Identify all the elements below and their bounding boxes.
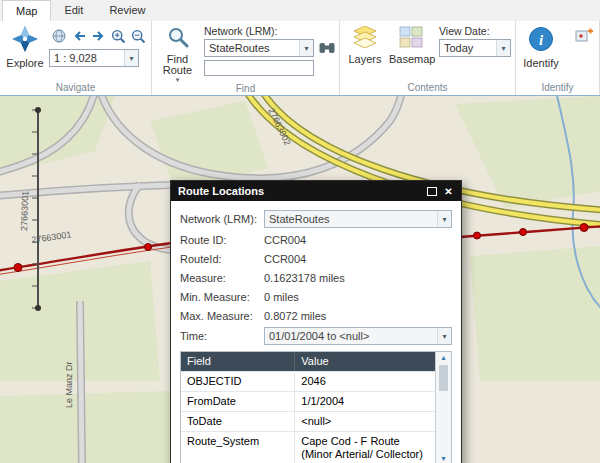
field-row-routeid: RouteId: CCR004 — [180, 251, 452, 266]
cell-field: OBJECTID — [181, 372, 295, 391]
group-label-find: Find — [155, 83, 336, 96]
street-name-label: Le Manz Dr — [64, 361, 74, 408]
route-id-label-vertical: 27663001 — [19, 191, 30, 231]
tab-map[interactable]: Map — [2, 0, 51, 21]
field-label: Time: — [180, 330, 264, 342]
table-scrollbar[interactable]: ▲ ▼ — [435, 352, 451, 463]
group-label-identify: Identify — [519, 82, 596, 95]
chevron-down-icon: ▾ — [437, 328, 451, 344]
close-icon: ✕ — [444, 186, 452, 197]
ribbon: Map Edit Review Explore — [0, 0, 600, 96]
cell-value: 2046 — [295, 372, 435, 391]
field-value: 0.1623178 miles — [264, 272, 345, 284]
field-row-measure: Measure: 0.1623178 miles — [180, 270, 452, 285]
network-lrm-combo[interactable]: StateRoutes ▾ — [264, 210, 452, 228]
ribbon-group-contents: Layers Basemap View Date: — [340, 21, 516, 95]
field-row-network: Network (LRM): StateRoutes ▾ — [180, 210, 452, 228]
chevron-down-icon: ▾ — [299, 40, 313, 56]
column-header-value: Value — [295, 352, 435, 371]
scrollbar-thumb[interactable] — [439, 365, 448, 391]
network-lrm-ribbon-combo[interactable]: StateRoutes ▾ — [204, 39, 314, 57]
zoom-out-button[interactable] — [129, 27, 148, 45]
ribbon-body: Explore — [0, 21, 600, 95]
field-row-min-measure: Min. Measure: 0 miles — [180, 289, 452, 304]
chevron-down-icon: ▾ — [124, 50, 138, 66]
identify-button[interactable]: i Identify — [519, 23, 563, 69]
map-scale-value: 1 : 9,028 — [54, 52, 97, 64]
tab-review[interactable]: Review — [96, 0, 158, 21]
cell-value: Cape Cod - F Route (Minor Arterial/ Coll… — [295, 432, 435, 463]
scroll-down-icon[interactable]: ▼ — [440, 453, 447, 463]
network-lrm-label: Network (LRM): — [204, 25, 336, 37]
field-value: CCR004 — [264, 234, 306, 246]
find-route-input[interactable] — [204, 60, 314, 76]
cell-field: Route_System — [181, 432, 295, 463]
table-header-row: Field Value — [181, 352, 435, 372]
magnifier-icon — [167, 26, 189, 52]
cell-field: ToDate — [181, 412, 295, 431]
tab-edit[interactable]: Edit — [51, 0, 96, 21]
field-label: Measure: — [180, 272, 264, 284]
ribbon-tab-strip: Map Edit Review — [0, 0, 600, 21]
basemap-button[interactable]: Basemap — [387, 23, 435, 65]
field-label: Min. Measure: — [180, 291, 264, 303]
route-locations-dialog: Route Locations ✕ Network (LRM): StateRo… — [170, 180, 462, 463]
cell-field: FromDate — [181, 392, 295, 411]
field-value: CCR004 — [264, 253, 306, 265]
layers-button[interactable]: Layers — [343, 23, 387, 65]
dialog-title: Route Locations — [178, 185, 423, 197]
explore-compass-icon — [12, 26, 38, 56]
ribbon-group-find: Find Route ▾ Network (LRM): StateRoutes … — [152, 21, 340, 95]
view-date-combo[interactable]: Today ▾ — [439, 39, 511, 57]
table-row[interactable]: OBJECTID 2046 — [181, 372, 435, 392]
map-scale-combo[interactable]: 1 : 9,028 ▾ — [49, 49, 139, 67]
cell-value: 1/1/2004 — [295, 392, 435, 411]
close-button[interactable]: ✕ — [440, 183, 457, 199]
table-row[interactable]: FromDate 1/1/2004 — [181, 392, 435, 412]
field-label: RouteId: — [180, 253, 264, 265]
dialog-titlebar[interactable]: Route Locations ✕ — [171, 181, 461, 201]
find-route-button[interactable]: Find Route ▾ — [155, 23, 200, 83]
field-label: Max. Measure: — [180, 310, 264, 322]
time-combo[interactable]: 01/01/2004 to <null> ▾ — [264, 327, 452, 345]
ribbon-group-identify: i Identify Identify — [516, 21, 600, 95]
zoom-in-button[interactable] — [109, 27, 128, 45]
chevron-down-icon: ▾ — [496, 40, 510, 56]
view-date-label: View Date: — [439, 25, 511, 37]
full-extent-globe-button[interactable] — [49, 27, 68, 45]
attributes-table: Field Value OBJECTID 2046 FromDate 1/1/2… — [180, 351, 452, 463]
maximize-button[interactable] — [423, 183, 440, 199]
scroll-up-icon[interactable]: ▲ — [440, 352, 447, 363]
layers-icon — [353, 26, 377, 52]
dialog-body: Network (LRM): StateRoutes ▾ Route ID: C… — [171, 201, 461, 463]
group-label-contents: Contents — [343, 82, 512, 95]
field-row-route-id: Route ID: CCR004 — [180, 232, 452, 247]
field-value: 0.8072 miles — [264, 310, 326, 322]
field-label: Route ID: — [180, 234, 264, 246]
explore-button[interactable]: Explore — [3, 23, 47, 69]
field-value: 0 miles — [264, 291, 299, 303]
binoculars-search-button[interactable] — [317, 39, 336, 57]
basemap-icon — [399, 26, 423, 52]
maximize-icon — [427, 187, 437, 196]
field-label: Network (LRM): — [180, 213, 264, 225]
identify-info-icon: i — [528, 26, 554, 56]
previous-extent-arrow-button[interactable] — [69, 27, 88, 45]
group-label-navigate: Navigate — [3, 82, 148, 95]
table-row[interactable]: ToDate <null> — [181, 412, 435, 432]
ribbon-group-navigate: Explore — [0, 21, 152, 95]
field-row-time: Time: 01/01/2004 to <null> ▾ — [180, 327, 452, 345]
cell-value: <null> — [295, 412, 435, 431]
chevron-down-icon: ▾ — [437, 211, 451, 227]
column-header-field: Field — [181, 352, 295, 371]
identify-route-tool-button[interactable] — [574, 25, 594, 43]
table-row[interactable]: Route_System Cape Cod - F Route (Minor A… — [181, 432, 435, 463]
next-extent-arrow-button[interactable] — [89, 27, 108, 45]
find-route-dropdown-caret-icon: ▾ — [176, 76, 180, 83]
field-row-max-measure: Max. Measure: 0.8072 miles — [180, 308, 452, 323]
